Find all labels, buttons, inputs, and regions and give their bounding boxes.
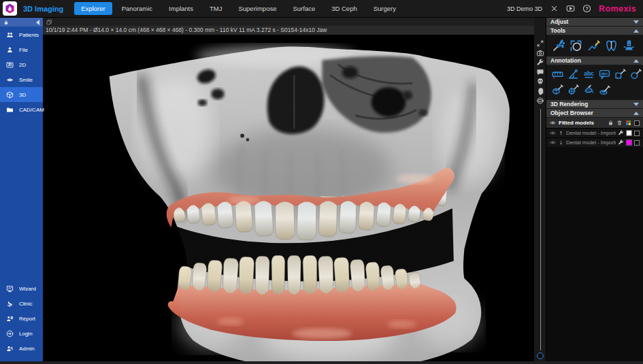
object-row-dental-model-1[interactable]: ↑Dental model - Imported ...: [546, 128, 643, 137]
color-swatch[interactable]: [626, 130, 632, 136]
sidebar-item-wizard[interactable]: Wizard: [0, 281, 43, 296]
skull-3d-render[interactable]: [43, 35, 534, 361]
chevron-down-icon: [633, 103, 639, 106]
close-icon[interactable]: [550, 4, 559, 13]
help-icon[interactable]: ?: [582, 4, 591, 13]
left-sidebar: PatientsFile2D2DSmile3DCAD/CAM WizardCli…: [0, 18, 43, 361]
trash-icon[interactable]: [616, 120, 623, 126]
profile-pencil-icon[interactable]: [587, 39, 600, 52]
tooth-segment-icon[interactable]: [605, 39, 618, 52]
color-swatch[interactable]: [626, 139, 632, 146]
circle-pencil-icon[interactable]: [630, 69, 642, 80]
restore-layout-icon[interactable]: [46, 19, 52, 25]
object-row-dental-model-2[interactable]: ↓Dental model - Imported ...: [546, 137, 643, 147]
svg-text:abc: abc: [601, 71, 608, 76]
chevron-up-icon: [633, 29, 639, 33]
sidebar-item-file[interactable]: File: [0, 42, 43, 57]
svg-text:abc: abc: [584, 70, 594, 77]
tab-surgery[interactable]: Surgery: [367, 2, 403, 15]
2d-icon: 2D: [6, 61, 14, 69]
target-pencil-icon[interactable]: [567, 84, 579, 96]
romexis-brand: Romexis: [599, 4, 636, 14]
tab-surface[interactable]: Surface: [286, 2, 322, 15]
sidebar-bottom-items: WizardClinicReportLoginAdmin: [0, 281, 43, 356]
eye-icon[interactable]: [550, 130, 556, 136]
section-object-browser[interactable]: Object Browser: [546, 109, 643, 118]
rect-pencil-icon[interactable]: [614, 69, 626, 80]
sidebar-item-label: Clinic: [19, 301, 33, 307]
tab-implants[interactable]: Implants: [162, 2, 200, 15]
sidebar-item-label: Login: [19, 331, 33, 337]
tab-tmj[interactable]: TMJ: [203, 2, 229, 15]
sidebar-item-label: File: [19, 47, 28, 53]
section-3d-rendering[interactable]: 3D Rendering: [546, 100, 643, 109]
sphere-icon[interactable]: [536, 97, 544, 105]
chat-icon[interactable]: [536, 68, 544, 76]
collapse-left-icon[interactable]: [36, 20, 39, 25]
wizard-icon: [6, 285, 14, 293]
tab-superimpose[interactable]: Superimpose: [231, 2, 283, 15]
lock-icon[interactable]: [3, 20, 9, 25]
bucket-icon[interactable]: [583, 84, 595, 96]
brush-icon[interactable]: [599, 84, 610, 96]
ruler-icon[interactable]: [552, 69, 563, 80]
chevron-up-icon: [633, 59, 639, 63]
section-tools[interactable]: Tools: [546, 27, 643, 35]
zoom-slider: [534, 109, 546, 361]
sidebar-item-label: Admin: [19, 346, 35, 352]
top-bar: 3D Imaging ExplorerPanoramicImplantsTMJS…: [0, 0, 643, 18]
sidebar-item-smile[interactable]: Smile: [0, 72, 43, 87]
ellipse-pencil-icon[interactable]: [552, 84, 563, 96]
tab-3d-ceph[interactable]: 3D Ceph: [325, 2, 364, 15]
sidebar-item-label: Report: [19, 316, 35, 322]
object-group-fitted-models[interactable]: Fitted models: [546, 118, 643, 128]
wrench-icon[interactable]: [618, 130, 624, 136]
implant-icon[interactable]: [623, 39, 636, 52]
palette-icon[interactable]: [625, 120, 631, 126]
section-annotation[interactable]: Annotation: [546, 56, 643, 65]
sidebar-item-2d[interactable]: 2D2D: [0, 57, 43, 72]
crop-sphere-icon[interactable]: [570, 39, 582, 52]
sidebar-item-login[interactable]: Login: [0, 326, 43, 341]
camera-icon[interactable]: [536, 49, 544, 57]
text-label-icon[interactable]: abc: [583, 69, 595, 80]
angle-icon[interactable]: [567, 69, 579, 80]
section-title: Annotation: [550, 57, 581, 64]
expand-icon[interactable]: [536, 39, 544, 48]
viewport-tab-strip: [43, 18, 546, 26]
zoom-slider-handle[interactable]: [537, 352, 544, 359]
planmeca-logo-icon[interactable]: [3, 1, 17, 16]
eye-icon[interactable]: [550, 139, 556, 146]
object-group-checkbox[interactable]: [634, 120, 640, 126]
sidebar-item-label: Wizard: [19, 286, 36, 292]
sidebar-item-cad-cam[interactable]: CAD/CAM: [0, 102, 43, 117]
section-adjust[interactable]: Adjust: [546, 18, 643, 27]
patients-icon: [6, 31, 14, 39]
sidebar-item-3d[interactable]: 3D: [0, 87, 43, 102]
lock-icon[interactable]: [608, 120, 614, 126]
sidebar-item-report[interactable]: Report: [0, 311, 43, 326]
eye-icon[interactable]: [550, 120, 556, 126]
object-row-checkbox[interactable]: [634, 140, 640, 146]
annotation-icon-row-1: abcabc: [546, 65, 643, 82]
face-icon[interactable]: [536, 87, 544, 95]
tab-explorer[interactable]: Explorer: [74, 2, 112, 15]
sidebar-item-patients[interactable]: Patients: [0, 27, 43, 42]
top-bar-right: 3D Demo 3D ? Romexis: [507, 4, 643, 14]
callout-icon[interactable]: abc: [599, 69, 610, 80]
sculpt-icon[interactable]: [552, 39, 565, 52]
sidebar-item-admin[interactable]: Admin: [0, 341, 43, 356]
sidebar-header: [0, 18, 43, 27]
smile-icon: [6, 76, 14, 84]
skull-icon[interactable]: [536, 78, 544, 86]
zoom-slider-track[interactable]: [540, 109, 541, 350]
wrench-icon[interactable]: [536, 59, 544, 67]
tab-panoramic[interactable]: Panoramic: [115, 2, 159, 15]
video-icon[interactable]: [566, 4, 575, 13]
object-row-checkbox[interactable]: [634, 131, 640, 136]
svg-text:2D: 2D: [8, 63, 12, 67]
sidebar-item-clinic[interactable]: Clinic: [0, 296, 43, 311]
cube-3d-icon: [6, 91, 14, 99]
section-title: Tools: [550, 27, 565, 34]
wrench-icon[interactable]: [618, 139, 624, 146]
